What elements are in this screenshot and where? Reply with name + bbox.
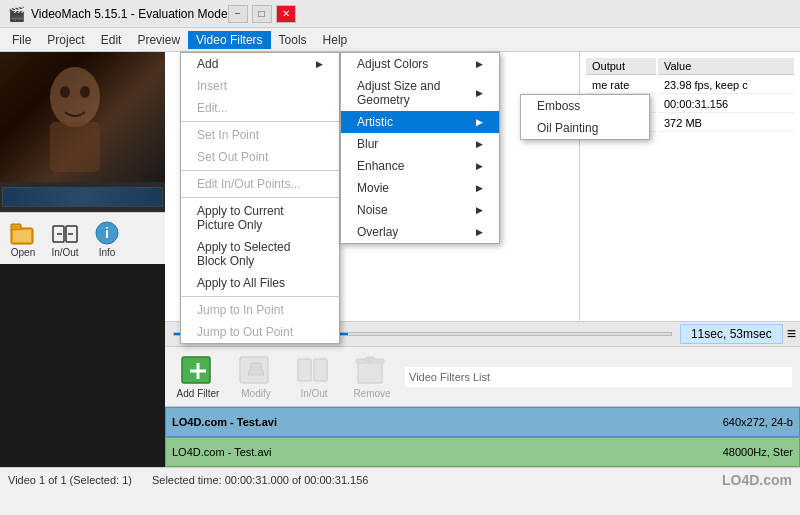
artistic-oil-painting[interactable]: Oil Painting [521, 117, 649, 139]
inout-icon [50, 219, 80, 247]
open-button[interactable]: Open [4, 217, 42, 260]
menu-bar: File Project Edit Preview Video Filters … [0, 28, 800, 52]
menu-sep4 [181, 296, 339, 297]
menu-set-in[interactable]: Set In Point [181, 124, 339, 146]
svg-rect-19 [358, 361, 382, 383]
svg-rect-17 [298, 359, 311, 381]
menu-jump-out[interactable]: Jump to Out Point [181, 321, 339, 343]
props-value: 23.98 fps, keep c [658, 77, 794, 94]
menu-set-out[interactable]: Set Out Point [181, 146, 339, 168]
menu-preview[interactable]: Preview [129, 31, 188, 49]
info-label: Info [99, 247, 116, 258]
inout-label: In/Out [51, 247, 78, 258]
add-filter-label: Add Filter [177, 388, 220, 399]
audio-track-info: 48000Hz, Ster [723, 446, 793, 458]
svg-point-2 [60, 86, 70, 98]
filters-list-panel: Video Filters List [405, 367, 792, 387]
menu-jump-in[interactable]: Jump to In Point [181, 299, 339, 321]
menu-apply-selected[interactable]: Apply to Selected Block Only [181, 236, 339, 272]
submenu-overlay[interactable]: Overlay [341, 221, 499, 243]
remove-icon [354, 355, 390, 387]
props-right: Output Value me rate23.98 fps, keep crat… [580, 52, 800, 321]
info-button[interactable]: i Info [88, 217, 126, 260]
svg-text:i: i [105, 225, 109, 241]
video-preview [0, 52, 165, 182]
time-display: 11sec, 53msec [680, 324, 783, 344]
add-filter-button[interactable]: Add Filter [173, 355, 223, 399]
menu-edit[interactable]: Edit... [181, 97, 339, 119]
inout-button[interactable]: In/Out [46, 217, 84, 260]
remove-label: Remove [353, 388, 390, 399]
tracks-area: LO4D.com - Test.avi 640x272, 24-b LO4D.c… [165, 407, 800, 467]
svg-point-0 [50, 67, 100, 127]
menu-edit[interactable]: Edit [93, 31, 130, 49]
maximize-button[interactable]: □ [252, 5, 272, 23]
menu-sep1 [181, 121, 339, 122]
filters-list-label: Video Filters List [409, 371, 490, 383]
lo4d-watermark: LO4D.com [722, 472, 792, 488]
submenu-enhance[interactable]: Enhance [341, 155, 499, 177]
svg-rect-5 [11, 224, 21, 230]
window-title: VideoMach 5.15.1 - Evaluation Mode [31, 7, 228, 21]
remove-button[interactable]: Remove [347, 355, 397, 399]
menu-sep3 [181, 197, 339, 198]
app-icon: 🎬 [8, 6, 25, 22]
menu-tools[interactable]: Tools [271, 31, 315, 49]
artistic-emboss[interactable]: Emboss [521, 95, 649, 117]
svg-rect-1 [50, 122, 100, 172]
add-filter-icon [180, 355, 216, 387]
filter-inout-button[interactable]: In/Out [289, 355, 339, 399]
minimize-button[interactable]: − [228, 5, 248, 23]
menu-add[interactable]: Add [181, 53, 339, 75]
timeline-strip [0, 182, 165, 212]
props-value: 00:00:31.156 [658, 96, 794, 113]
svg-rect-18 [314, 359, 327, 381]
menu-edit-inout[interactable]: Edit In/Out Points... [181, 173, 339, 195]
props-row: me rate23.98 fps, keep c [586, 77, 794, 94]
title-bar: 🎬 VideoMach 5.15.1 - Evaluation Mode − □… [0, 0, 800, 28]
hamburger-button[interactable]: ≡ [787, 325, 796, 343]
svg-rect-21 [366, 357, 374, 361]
audio-track[interactable]: LO4D.com - Test.avi 48000Hz, Ster [165, 437, 800, 467]
close-button[interactable]: ✕ [276, 5, 296, 23]
info-icon: i [92, 219, 122, 247]
menu-insert[interactable]: Insert [181, 75, 339, 97]
video-track-info: 640x272, 24-b [723, 416, 793, 428]
menu-sep2 [181, 170, 339, 171]
videofilters-submenu: Adjust Colors Adjust Size and Geometry A… [340, 52, 500, 244]
video-frame [30, 62, 120, 172]
modify-button[interactable]: Modify [231, 355, 281, 399]
menu-videofilters[interactable]: Video Filters [188, 31, 270, 49]
output-column-header: Output [586, 58, 656, 75]
filter-inout-icon [296, 355, 332, 387]
filter-toolbar: Add Filter Modify In/Out [165, 347, 800, 407]
submenu-adjust-colors[interactable]: Adjust Colors [341, 53, 499, 75]
value-column-header: Value [658, 58, 794, 75]
video-track-filename: LO4D.com - Test.avi [172, 416, 277, 428]
open-icon [8, 219, 38, 247]
menu-apply-all[interactable]: Apply to All Files [181, 272, 339, 294]
status-bar: Video 1 of 1 (Selected: 1) Selected time… [0, 467, 800, 491]
filter-inout-label: In/Out [300, 388, 327, 399]
props-output: me rate [586, 77, 656, 94]
submenu-artistic[interactable]: Artistic [341, 111, 499, 133]
submenu-noise[interactable]: Noise [341, 199, 499, 221]
menu-project[interactable]: Project [39, 31, 92, 49]
open-label: Open [11, 247, 35, 258]
submenu-adjust-size[interactable]: Adjust Size and Geometry [341, 75, 499, 111]
menu-file[interactable]: File [4, 31, 39, 49]
video-track[interactable]: LO4D.com - Test.avi 640x272, 24-b [165, 407, 800, 437]
menu-help[interactable]: Help [315, 31, 356, 49]
time-value: 11sec, 53msec [691, 327, 772, 341]
submenu-blur[interactable]: Blur [341, 133, 499, 155]
audio-track-filename: LO4D.com - Test.avi [172, 446, 271, 458]
modify-icon [238, 355, 274, 387]
menu-apply-current[interactable]: Apply to Current Picture Only [181, 200, 339, 236]
artistic-submenu: Emboss Oil Painting [520, 94, 650, 140]
left-panel: Open In/Out i [0, 52, 165, 467]
status-selected-time: Selected time: 00:00:31.000 of 00:00:31.… [152, 474, 369, 486]
preview-toolbar: Open In/Out i [0, 212, 165, 264]
modify-label: Modify [241, 388, 270, 399]
context-menu: Add Insert Edit... Set In Point Set Out … [180, 52, 340, 344]
submenu-movie[interactable]: Movie [341, 177, 499, 199]
